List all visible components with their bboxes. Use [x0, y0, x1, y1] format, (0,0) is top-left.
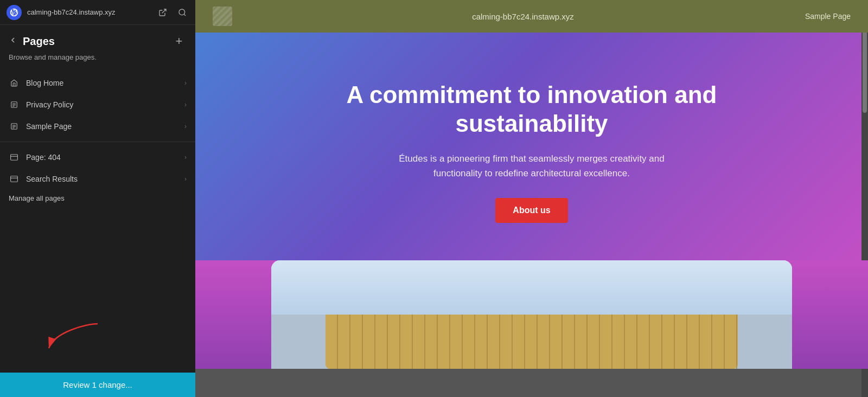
- page-label-404: Page: 404: [26, 153, 184, 162]
- svg-point-1: [179, 9, 185, 15]
- svg-rect-12: [11, 176, 18, 182]
- svg-rect-11: [11, 155, 18, 161]
- pages-title: Pages: [23, 35, 171, 48]
- svg-line-2: [184, 14, 186, 16]
- site-logo: [213, 7, 232, 26]
- svg-line-0: [162, 9, 166, 13]
- page-item-sample-page[interactable]: Sample Page ›: [0, 116, 195, 137]
- page-label-sample-page: Sample Page: [26, 122, 184, 131]
- page-label-blog-home: Blog Home: [26, 79, 184, 87]
- topbar-icons: [156, 6, 189, 19]
- manage-all-label: Manage all pages: [9, 194, 65, 202]
- page-label-privacy-policy: Privacy Policy: [26, 100, 184, 109]
- logo-placeholder: [213, 7, 232, 26]
- layout-icon-search: [9, 174, 20, 184]
- page-list: Blog Home › Privacy Policy ›: [0, 70, 195, 397]
- preview-nav-link: Sample Page: [805, 12, 851, 21]
- page-item-404[interactable]: Page: 404 ›: [0, 146, 195, 168]
- chevron-icon: ›: [184, 123, 187, 130]
- back-button[interactable]: [9, 36, 17, 47]
- page-icon-sample: [9, 121, 20, 132]
- sidebar-subtitle: Browse and manage pages.: [0, 53, 195, 70]
- building-sky: [271, 260, 792, 315]
- add-page-button[interactable]: +: [171, 34, 187, 49]
- manage-all-pages-link[interactable]: Manage all pages: [0, 190, 195, 204]
- hero-section: A commitment to innovation and sustainab…: [195, 33, 868, 260]
- divider: [0, 142, 195, 142]
- page-icon-privacy: [9, 99, 20, 110]
- about-us-button[interactable]: About us: [495, 198, 567, 223]
- page-item-blog-home[interactable]: Blog Home ›: [0, 72, 195, 94]
- sidebar-header: Pages +: [0, 25, 195, 53]
- building-facade: [271, 260, 792, 369]
- building-image: [271, 260, 792, 369]
- main-preview: calming-bb7c24.instawp.xyz Sample Page A…: [195, 0, 868, 397]
- chevron-icon: ›: [184, 175, 187, 183]
- home-icon: [9, 78, 20, 88]
- chevron-icon: ›: [184, 79, 187, 87]
- layout-icon-404: [9, 152, 20, 163]
- preview-navbar: calming-bb7c24.instawp.xyz Sample Page: [195, 0, 868, 33]
- hero-subtitle: Études is a pioneering firm that seamles…: [380, 151, 684, 181]
- wordpress-icon: [10, 8, 18, 17]
- site-url: calming-bb7c24.instawp.xyz: [27, 8, 156, 16]
- building-section: [195, 260, 868, 369]
- sidebar: calming-bb7c24.instawp.xyz: [0, 0, 195, 397]
- chevron-icon: ›: [184, 101, 187, 108]
- review-bar[interactable]: Review 1 change...: [0, 373, 195, 397]
- wp-logo[interactable]: [7, 5, 22, 20]
- chevron-icon: ›: [184, 153, 187, 161]
- hero-title: A commitment to innovation and sustainab…: [342, 81, 722, 138]
- search-icon[interactable]: [176, 6, 189, 19]
- external-link-icon[interactable]: [156, 6, 169, 19]
- sidebar-topbar: calming-bb7c24.instawp.xyz: [0, 0, 195, 25]
- preview-site-title: calming-bb7c24.instawp.xyz: [241, 12, 805, 21]
- page-item-search-results[interactable]: Search Results ›: [0, 168, 195, 190]
- page-item-privacy-policy[interactable]: Privacy Policy ›: [0, 94, 195, 116]
- page-label-search-results: Search Results: [26, 175, 184, 183]
